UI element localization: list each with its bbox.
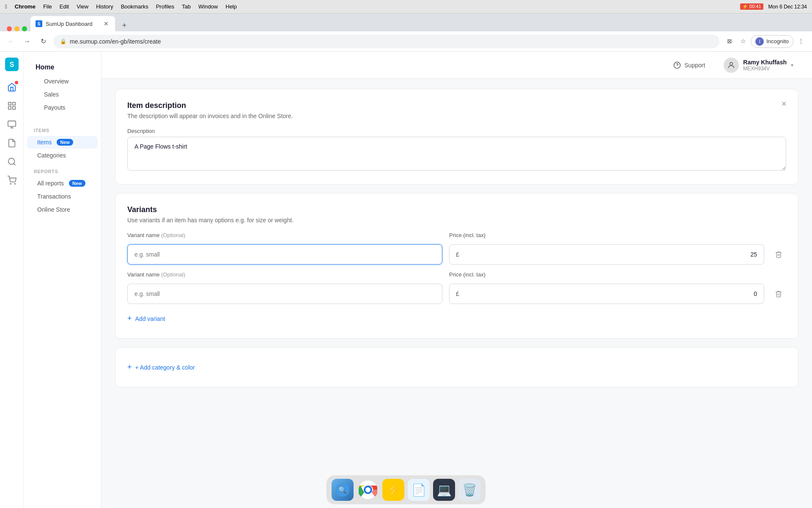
url-bar[interactable]: 🔒 me.sumup.com/en-gb/items/create: [53, 35, 719, 48]
minimize-button[interactable]: [14, 26, 19, 31]
user-id: MEXH934V: [743, 66, 787, 72]
dock-lightning-icon[interactable]: ⚡: [382, 479, 404, 501]
profile-button[interactable]: I Incognito: [751, 35, 793, 48]
home-section: Home Overview Sales Payouts: [24, 57, 101, 121]
add-category-plus-icon: +: [127, 363, 132, 372]
svg-rect-4: [8, 107, 11, 109]
app-name[interactable]: Chrome: [15, 3, 36, 10]
help-menu[interactable]: Help: [225, 3, 237, 10]
dock-document-icon[interactable]: 📄: [408, 479, 430, 501]
variant-name-input-2[interactable]: [127, 284, 442, 304]
home-link[interactable]: Home: [30, 60, 94, 75]
icon-rail: S: [0, 52, 24, 508]
menu-button[interactable]: ⋮: [795, 35, 807, 47]
add-variant-button[interactable]: + Add variant: [127, 311, 786, 326]
variant-delete-button-2[interactable]: [771, 286, 786, 301]
categories-label: Categories: [37, 152, 66, 159]
rail-analytics-icon[interactable]: [3, 97, 20, 114]
user-info: Ramy Khuffash MEXH934V: [743, 59, 787, 72]
dock-finder-icon[interactable]: 🔍: [332, 479, 354, 501]
user-menu-chevron-icon: ▾: [791, 62, 793, 68]
dock-laptop-icon[interactable]: 💻: [433, 479, 455, 501]
payouts-link[interactable]: Payouts: [34, 101, 91, 114]
user-name: Ramy Khuffash: [743, 59, 787, 66]
price-input-wrap-2: £: [449, 284, 764, 304]
rail-pos-icon[interactable]: [3, 116, 20, 133]
svg-point-9: [8, 158, 14, 165]
support-button[interactable]: Support: [667, 58, 712, 72]
svg-point-12: [14, 183, 15, 184]
items-badge: New: [57, 139, 73, 146]
menu-bar-right: ⚡ 00:41 Mon 6 Dec 12:34: [740, 3, 807, 10]
bookmarks-menu[interactable]: Bookmarks: [121, 3, 148, 10]
overview-link[interactable]: Overview: [34, 75, 91, 88]
description-close-button[interactable]: ✕: [778, 98, 790, 110]
tab-close-button[interactable]: ✕: [102, 20, 110, 28]
add-category-label: + Add category & color: [135, 364, 195, 371]
variant-row-1: £: [127, 244, 786, 265]
variant-name-input-1[interactable]: [127, 244, 442, 265]
user-menu[interactable]: Ramy Khuffash MEXH934V ▾: [719, 54, 798, 76]
reports-section-header: REPORTS: [24, 162, 101, 177]
all-reports-badge: New: [69, 180, 85, 187]
tab-bar: S SumUp Dashboard ✕ +: [0, 14, 812, 31]
address-bar: ← → ↻ 🔒 me.sumup.com/en-gb/items/create …: [0, 31, 812, 52]
svg-point-11: [10, 183, 11, 184]
svg-rect-2: [8, 102, 11, 105]
browser-tab[interactable]: S SumUp Dashboard ✕: [30, 16, 115, 31]
sidebar-item-all-reports[interactable]: All reports New: [27, 177, 98, 190]
dock-chrome-icon[interactable]: [357, 479, 379, 501]
view-menu[interactable]: View: [77, 3, 88, 10]
svg-text:🔍: 🔍: [338, 486, 347, 494]
clock: Mon 6 Dec 12:34: [768, 4, 807, 10]
online-store-label: Online Store: [37, 206, 70, 213]
rail-items-icon[interactable]: [3, 135, 20, 152]
variant-price-input-2[interactable]: [449, 284, 764, 304]
dock: 🔍 ⚡ 📄 💻 🗑️: [326, 475, 486, 505]
svg-line-10: [14, 163, 15, 165]
sidebar-item-items[interactable]: Items New: [27, 136, 98, 149]
rail-reports-icon[interactable]: [3, 153, 20, 170]
apple-menu[interactable]: : [5, 3, 7, 10]
rail-store-icon[interactable]: [3, 172, 20, 189]
forward-button[interactable]: →: [21, 36, 33, 47]
bookmark-button[interactable]: ☆: [737, 35, 749, 47]
sidebar-item-online-store[interactable]: Online Store: [27, 203, 98, 216]
variants-card: Variants Use variants if an item has man…: [115, 193, 798, 339]
sidebar-menu: Home Overview Sales Payouts ITEMS Items …: [24, 52, 101, 508]
description-textarea[interactable]: <span data-bind="description_card.value"…: [127, 137, 786, 171]
variants-card-title: Variants: [127, 205, 786, 214]
add-variant-label: Add variant: [135, 315, 165, 322]
url-text: me.sumup.com/en-gb/items/create: [70, 38, 161, 45]
tab-title: SumUp Dashboard: [46, 21, 99, 27]
items-label: Items: [37, 139, 52, 146]
cast-button[interactable]: ⊠: [724, 35, 735, 47]
sidebar-item-transactions[interactable]: Transactions: [27, 190, 98, 203]
variant-delete-button-1[interactable]: [771, 247, 786, 262]
page-content: Support Ramy Khuffash MEXH934V ▾: [102, 52, 812, 508]
profiles-menu[interactable]: Profiles: [156, 3, 174, 10]
variant-price-input-1[interactable]: [449, 244, 764, 265]
maximize-button[interactable]: [22, 26, 27, 31]
sidebar-item-categories[interactable]: Categories: [27, 149, 98, 162]
svg-point-21: [365, 487, 370, 492]
dock-trash-icon[interactable]: 🗑️: [458, 479, 480, 501]
add-category-button[interactable]: + + Add category & color: [127, 359, 786, 375]
history-menu[interactable]: History: [96, 3, 113, 10]
refresh-button[interactable]: ↻: [37, 36, 49, 47]
svg-text:S: S: [9, 61, 14, 68]
tab-menu[interactable]: Tab: [182, 3, 191, 10]
edit-menu[interactable]: Edit: [60, 3, 69, 10]
file-menu[interactable]: File: [43, 3, 52, 10]
rail-home-icon[interactable]: [3, 79, 20, 96]
svg-point-15: [730, 62, 733, 65]
page-scrollable: ✕ Item description The description will …: [102, 79, 812, 508]
window-menu[interactable]: Window: [198, 3, 218, 10]
new-tab-button[interactable]: +: [118, 19, 130, 31]
price-input-wrap-1: £: [449, 244, 764, 265]
items-section-header: ITEMS: [24, 121, 101, 135]
main-layout: S: [0, 52, 812, 508]
back-button[interactable]: ←: [5, 36, 17, 47]
close-button[interactable]: [7, 26, 12, 31]
sales-link[interactable]: Sales: [34, 88, 91, 101]
